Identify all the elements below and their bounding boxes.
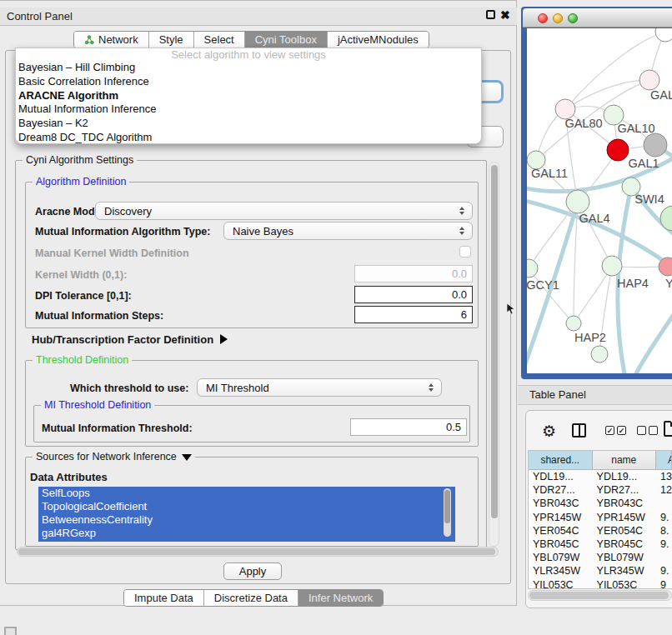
algorithm-option[interactable]: Mutual Information Inference [16,102,481,117]
tab-select[interactable]: Select [193,32,244,48]
network-nodes: GALGAL80GAL10GAL1GAL11SWI4GAL4GCY1HAP4YH… [527,28,672,362]
mi-steps-label: Mutual Information Steps: [35,310,163,322]
deselect-all-checkbox-icon[interactable] [649,426,658,435]
table-row[interactable]: YBR045CYBR045C9. [529,538,672,551]
table-row[interactable]: YPR145WYPR145W9. [529,511,672,524]
column-header-name[interactable]: name [593,451,657,469]
tab-style[interactable]: Style [148,32,193,48]
table-row[interactable]: YDR27...YDR27...12 [529,483,672,497]
which-threshold-combobox[interactable]: MI Threshold [197,378,442,397]
table-header-row: shared... name A [529,451,672,470]
deselect-all-checkbox-icon[interactable] [637,426,646,435]
select-all-checkbox-icon[interactable]: ✓ [617,426,626,435]
tab-network-label: Network [98,32,138,48]
table-cell [656,551,672,564]
network-node[interactable] [566,190,589,213]
table-cell: YIL053C [529,578,593,590]
table-row[interactable]: YBR043CYBR043C [529,497,672,510]
cyni-algorithm-settings-title: Cyni Algorithm Settings [23,154,137,166]
node-table: shared... name A YDL19...YDL19...13YDR27… [528,450,672,589]
network-node[interactable] [602,256,622,276]
columns-icon[interactable] [572,423,586,438]
tab-network[interactable]: Network [74,32,148,48]
algorithm-option[interactable]: Dream8 DC_TDC Algorithm [16,131,481,144]
table-horizontal-scrollbar[interactable] [528,590,672,601]
network-node[interactable] [591,346,608,362]
algorithm-dropdown-placeholder: Select algorithm to view settings [16,48,481,61]
manual-kernel-width-checkbox[interactable] [459,246,471,258]
table-cell: 9. [656,564,672,578]
new-table-icon[interactable] [664,421,672,437]
aracne-mode-value: Discovery [96,205,455,218]
table-cell: 9. [656,538,672,551]
mi-steps-field[interactable]: 6 [354,306,473,323]
zoom-traffic-light-icon[interactable] [568,13,578,23]
algorithm-option[interactable]: Bayesian – Hill Climbing [16,61,481,75]
threshold-definition-title: Threshold Definition [33,354,132,366]
column-header-partial[interactable]: A [656,451,672,469]
float-window-icon[interactable] [486,10,495,19]
stepper-arrows-icon [455,207,469,215]
data-attribute-item[interactable]: TopologicalCoefficient [38,500,455,513]
network-node[interactable] [639,70,659,90]
algorithm-option[interactable]: Basic Correlation Inference [16,75,481,89]
control-panel-title: Control Panel [7,10,73,22]
expand-right-icon [220,334,228,344]
dpi-tolerance-field[interactable]: 0.0 [354,286,473,303]
data-attribute-item[interactable]: SelfLoops [38,487,455,500]
network-node[interactable] [566,316,581,331]
data-attributes-list[interactable]: SelfLoopsTopologicalCoefficientBetweenne… [38,487,455,542]
settings-vertical-scrollbar[interactable] [489,162,499,547]
table-row[interactable]: YIL053CYIL053C9 [529,578,672,590]
network-node[interactable] [655,28,672,42]
hub-tf-definition-toggle[interactable]: Hub/Transcription Factor Definition [32,333,228,346]
tab-impute-data[interactable]: Impute Data [124,590,203,606]
table-row[interactable]: YDL19...YDL19...13 [529,470,672,483]
sources-title[interactable]: Sources for Network Inference [33,451,195,462]
table-cell: 9. [656,511,672,524]
attributes-scrollbar[interactable] [444,488,451,537]
network-node-label: GAL4 [579,212,609,225]
data-attribute-item[interactable]: BetweennessCentrality [38,513,455,527]
tab-infer-network[interactable]: Infer Network [298,590,383,606]
aracne-mode-combobox[interactable]: Discovery [95,202,473,220]
data-attribute-item[interactable]: gal4RGexp [38,527,455,540]
table-row[interactable]: YBL079WYBL079W [529,551,672,564]
network-canvas[interactable]: GALGAL80GAL10GAL1GAL11SWI4GAL4GCY1HAP4YH… [527,28,672,373]
gear-icon[interactable]: ⚙ [542,422,556,441]
table-cell: YBL079W [529,551,593,564]
select-all-checkbox-icon[interactable]: ✓ [605,426,614,435]
table-cell: YBR045C [593,538,657,551]
close-traffic-light-icon[interactable] [538,13,548,23]
which-threshold-label: Which threshold to use: [70,382,188,394]
apply-button[interactable]: Apply [223,562,282,580]
column-header-shared-name[interactable]: shared... [529,451,593,469]
network-node[interactable] [527,259,538,278]
network-node[interactable] [660,206,672,231]
tab-discretize-data-label: Discretize Data [214,590,288,606]
mi-threshold-field[interactable]: 0.5 [350,418,467,436]
minimize-traffic-light-icon[interactable] [553,13,563,23]
network-node[interactable] [644,133,667,157]
table-cell: 12 [656,483,672,497]
close-icon[interactable]: ✖ [500,8,510,22]
stepper-arrows-icon [455,227,469,235]
mi-algorithm-type-combobox[interactable]: Naive Bayes [223,222,473,240]
tab-jactivemnodules[interactable]: jActiveMNodules [327,32,429,48]
mi-threshold-label: Mutual Information Threshold: [42,422,193,434]
algorithm-option[interactable]: ARACNE Algorithm [16,89,481,103]
kernel-width-field[interactable]: 0.0 [354,265,473,282]
control-panel-titlebar[interactable] [0,8,517,26]
network-node[interactable] [607,139,629,161]
table-cell: YBR043C [593,497,657,510]
tab-discretize-data[interactable]: Discretize Data [203,590,298,606]
table-row[interactable]: YER054CYER054C8. [529,524,672,538]
table-cell [656,497,672,510]
desktop: Control Panel ✖ Network Style Select Cyn… [0,0,672,635]
settings-horizontal-scrollbar[interactable] [17,547,499,557]
mi-algorithm-type-value: Naive Bayes [224,225,455,238]
algorithm-option[interactable]: Bayesian – K2 [16,117,481,131]
tab-cyni-toolbox[interactable]: Cyni Toolbox [244,32,327,48]
table-row[interactable]: YLR345WYLR345W9. [529,564,672,578]
table-cell: YDL19... [593,470,657,483]
